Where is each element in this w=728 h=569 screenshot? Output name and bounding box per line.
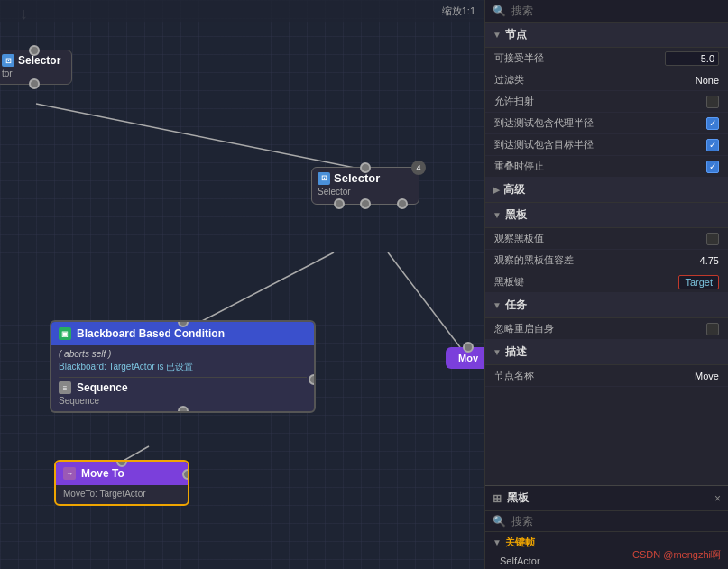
bottom-panel-title-text: 黑板 (507, 491, 529, 506)
prop-include-goal-radius-label: 到达测试包含目标半径 (494, 138, 706, 151)
prop-accept-radius: 可接受半径 (485, 48, 728, 69)
section-blackboard-arrow: ▼ (493, 210, 502, 220)
prop-stop-overlap-label: 重叠时停止 (494, 160, 706, 173)
bb-condition-title: Blackboard Based Condition (77, 327, 225, 340)
bottom-search-bar: 🔍 (485, 511, 728, 532)
props-panel: ▼ 节点 可接受半径 过滤类 None 允许扫射 到达测试包含代理半径 到达测试… (485, 23, 728, 485)
section-task-arrow: ▼ (493, 300, 502, 310)
moveto-icon: → (63, 467, 76, 480)
port-bottom-bb[interactable] (178, 406, 189, 413)
top-bar: 缩放1:1 (0, 0, 484, 22)
prop-filter-class: 过滤类 None (485, 69, 728, 91)
prop-observe-bb-checkbox[interactable] (706, 233, 719, 245)
prop-observe-tolerance-label: 观察的黑板值容差 (494, 253, 700, 267)
section-blackboard[interactable]: ▼ 黑板 (485, 203, 728, 228)
section-advanced[interactable]: ▶ 高级 (485, 178, 728, 203)
prop-allow-strafe-checkbox[interactable] (706, 96, 719, 108)
selector-icon: ⊡ (2, 54, 14, 67)
selector-main-badge: 4 (411, 161, 426, 175)
svg-line-2 (388, 252, 460, 347)
port-bottom-right-selector[interactable] (397, 198, 408, 209)
port-top-move-partial[interactable] (463, 342, 474, 353)
prop-accept-radius-label: 可接受半径 (494, 51, 665, 65)
port-right-bb[interactable] (309, 374, 316, 385)
section-advanced-arrow: ▶ (493, 185, 500, 195)
moveto-body: MoveTo: TargetActor (56, 485, 188, 504)
bottom-panel: ⊞ 黑板 × 🔍 ▼ 关键帧 SelfActor CSDN @mengzhi啊 (485, 485, 728, 569)
prop-observe-tolerance-value: 4.75 (700, 255, 719, 266)
bottom-panel-close-btn[interactable]: × (714, 492, 721, 505)
prop-bb-key-value[interactable]: Target (678, 275, 719, 289)
section-description-label: 描述 (505, 344, 527, 360)
port-bottom-mid-selector[interactable] (360, 198, 371, 209)
section-description-arrow: ▼ (493, 347, 502, 357)
prop-node-name-value: Move (695, 371, 719, 381)
prop-node-name: 节点名称 Move (485, 365, 728, 387)
selector-topleft-title: Selector (18, 54, 60, 67)
prop-include-agent-radius-checkbox[interactable] (706, 117, 719, 130)
node-selector-topleft[interactable]: ⊡ Selector tor (0, 50, 72, 85)
prop-ignore-restart-checkbox[interactable] (706, 323, 719, 335)
selector-topleft-header: ⊡ Selector (2, 54, 66, 67)
prop-filter-class-label: 过滤类 (494, 73, 696, 87)
bb-aborts-text: ( aborts self ) (59, 349, 307, 359)
section-description[interactable]: ▼ 描述 (485, 340, 728, 365)
node-selector-main[interactable]: 4 ⊡ Selector Selector (311, 167, 419, 205)
prop-stop-overlap: 重叠时停止 (485, 156, 728, 178)
prop-filter-class-value: None (696, 75, 719, 86)
search-input[interactable] (511, 5, 721, 17)
section-node-label: 节点 (505, 27, 527, 42)
port-right-moveto[interactable] (182, 469, 189, 480)
selector-topleft-subtitle: tor (2, 69, 66, 78)
zoom-label: 缩放1:1 (442, 5, 475, 18)
search-bar: 🔍 (485, 0, 728, 23)
bb-divider (59, 377, 307, 378)
prop-include-agent-radius: 到达测试包含代理半径 (485, 113, 728, 134)
blackboard-panel-icon: ⊞ (493, 492, 502, 505)
port-top-selector-main[interactable] (360, 162, 371, 173)
seq-icon: ≡ (59, 381, 71, 394)
bottom-search-input[interactable] (511, 515, 721, 528)
moveto-subtitle: MoveTo: TargetActor (63, 489, 180, 499)
right-panel: 🔍 ▼ 节点 可接受半径 过滤类 None 允许扫射 到达测 (484, 0, 728, 569)
node-moveto[interactable]: → Move To MoveTo: TargetActor (54, 460, 189, 506)
node-move-partial[interactable]: Mov (446, 347, 484, 369)
bottom-panel-title: ⊞ 黑板 (493, 491, 707, 506)
bb-icon: ▣ (59, 327, 71, 340)
port-bottom-left-selector[interactable] (334, 198, 345, 209)
prop-allow-strafe-label: 允许扫射 (494, 95, 706, 108)
prop-include-agent-radius-label: 到达测试包含代理半径 (494, 116, 706, 130)
prop-node-name-label: 节点名称 (494, 369, 695, 382)
bottom-panel-header: ⊞ 黑板 × (485, 486, 728, 511)
prop-observe-bb-label: 观察黑板值 (494, 232, 706, 245)
selector-main-header: ⊡ Selector (318, 171, 413, 185)
section-blackboard-label: 黑板 (505, 207, 527, 223)
prop-ignore-restart: 忽略重启自身 (485, 318, 728, 340)
prop-stop-overlap-checkbox[interactable] (706, 161, 719, 173)
section-advanced-label: 高级 (503, 182, 525, 197)
canvas[interactable]: 缩放1:1 ↓ ⊡ Selector tor 4 (0, 0, 484, 569)
prop-observe-bb: 观察黑板值 (485, 228, 728, 250)
sequence-sub: Sequence (59, 396, 307, 406)
bb-condition-text: Blackboard: TargetActor is 已设置 (59, 361, 307, 373)
sequence-row: ≡ Sequence (59, 381, 307, 394)
watermark: CSDN @mengzhi啊 (632, 548, 721, 562)
port-bottom-selector-topleft[interactable] (29, 78, 40, 89)
section-task-label: 任务 (505, 298, 527, 313)
bottom-section-keyframe-label: 关键帧 (505, 536, 535, 549)
section-node-arrow: ▼ (493, 30, 502, 40)
moveto-title: Move To (81, 467, 124, 480)
section-task[interactable]: ▼ 任务 (485, 293, 728, 318)
node-bb-condition[interactable]: ▣ Blackboard Based Condition ( aborts se… (50, 320, 316, 413)
prop-allow-strafe: 允许扫射 (485, 91, 728, 113)
selector-main-icon: ⊡ (318, 172, 330, 185)
port-top-selector-topleft[interactable] (29, 45, 40, 56)
bottom-section-keyframe-arrow: ▼ (493, 537, 502, 547)
svg-line-1 (198, 252, 334, 323)
search-icon: 🔍 (493, 5, 506, 17)
prop-include-goal-radius-checkbox[interactable] (706, 139, 719, 151)
prop-accept-radius-input[interactable] (665, 51, 719, 66)
prop-ignore-restart-label: 忽略重启自身 (494, 322, 706, 335)
section-node[interactable]: ▼ 节点 (485, 23, 728, 48)
prop-observe-tolerance: 观察的黑板值容差 4.75 (485, 250, 728, 271)
